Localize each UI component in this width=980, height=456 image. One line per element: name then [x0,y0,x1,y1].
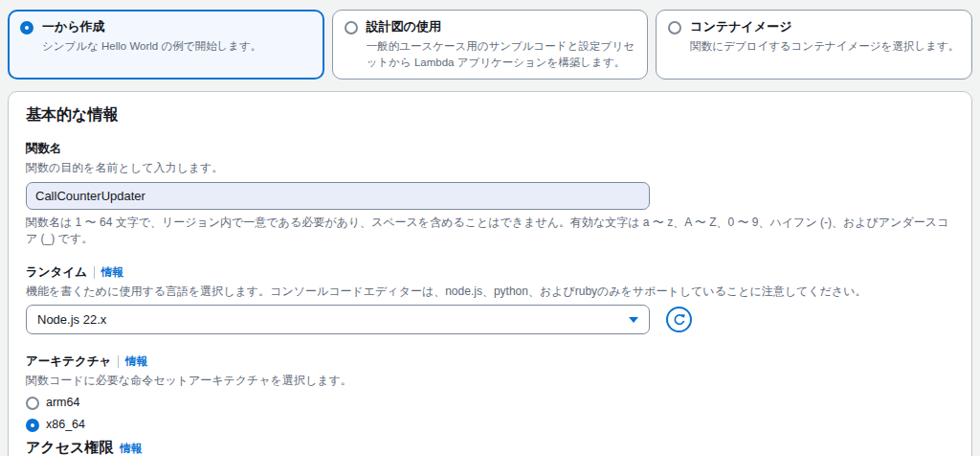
runtime-desc: 機能を書くために使用する言語を選択します。コンソールコードエディターは、node… [26,284,954,300]
refresh-icon [673,313,686,327]
option-card-text: コンテナイメージ 関数にデプロイするコンテナイメージを選択します。 [690,19,959,55]
option-card-desc: 一般的ユースケース用のサンプルコードと設定プリセットから Lambda アプリケ… [367,38,636,70]
function-name-label: 関数名 [26,141,954,157]
permissions-info-link[interactable]: 情報 [120,442,142,456]
function-name-desc: 関数の目的を名前として入力します。 [26,160,954,176]
architecture-info-link[interactable]: 情報 [125,354,147,369]
chevron-down-icon [629,317,638,323]
option-card-desc: 関数にデプロイするコンテナイメージを選択します。 [690,38,959,55]
radio-selected-icon[interactable] [20,21,33,34]
option-card-text: 一から作成 シンプルな Hello World の例で開始します。 [42,19,261,55]
option-card-title: 設計図の使用 [367,19,636,35]
architecture-option-x86-64[interactable]: x86_64 [26,417,954,432]
radio-unselected-icon[interactable] [668,21,681,34]
radio-selected-icon[interactable] [26,419,39,432]
architecture-option-label: arm64 [46,396,79,409]
architecture-desc: 関数コードに必要な命令セットアーキテクチャを選択します。 [26,373,954,389]
architecture-option-arm64[interactable]: arm64 [26,395,954,410]
runtime-selected-value: Node.js 22.x [37,312,106,327]
creation-option-cards: 一から作成 シンプルな Hello World の例で開始します。 設計図の使用… [8,10,972,80]
option-card-desc: シンプルな Hello World の例で開始します。 [42,38,261,55]
label-separator [118,355,119,368]
function-name-input[interactable] [26,182,650,210]
option-card-author-from-scratch[interactable]: 一から作成 シンプルな Hello World の例で開始します。 [8,10,324,80]
option-card-title: コンテナイメージ [690,19,959,35]
basic-info-title: 基本的な情報 [26,105,954,125]
radio-unselected-icon[interactable] [26,397,39,410]
runtime-info-link[interactable]: 情報 [101,265,123,280]
basic-info-card: 基本的な情報 関数名 関数の目的を名前として入力します。 関数名は 1 〜 64… [8,91,972,456]
option-card-text: 設計図の使用 一般的ユースケース用のサンプルコードと設定プリセットから Lamb… [367,19,636,70]
architecture-option-label: x86_64 [46,418,85,431]
refresh-runtimes-button[interactable] [666,307,692,332]
option-card-container-image[interactable]: コンテナイメージ 関数にデプロイするコンテナイメージを選択します。 [656,10,972,80]
radio-unselected-icon[interactable] [345,21,358,34]
architecture-label: アーキテクチャ [26,353,111,370]
permissions-label: アクセス権限 [26,439,113,456]
option-card-title: 一から作成 [42,19,261,35]
label-separator [94,266,95,279]
runtime-label: ランタイム [26,264,87,281]
option-card-use-blueprint[interactable]: 設計図の使用 一般的ユースケース用のサンプルコードと設定プリセットから Lamb… [332,10,649,80]
runtime-select[interactable]: Node.js 22.x [26,305,650,334]
function-name-hint: 関数名は 1 〜 64 文字で、リージョン内で一意である必要があり、スペースを含… [26,215,954,247]
